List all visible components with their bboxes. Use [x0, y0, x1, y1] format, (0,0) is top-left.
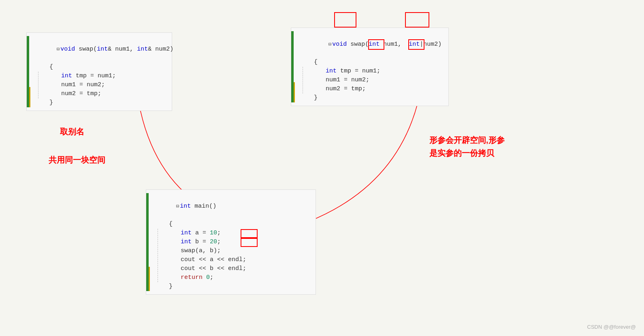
- code-ref-line4: num2 = tmp;: [43, 89, 172, 98]
- code-main-line8: }: [151, 282, 316, 291]
- annotation-copy: 形参会开辟空间,形参是实参的一份拷贝: [429, 134, 505, 159]
- code-val-header: ⊟void swap(int num1, int|num2): [296, 31, 448, 58]
- code-val-line4: num2 = tmp;: [308, 85, 448, 94]
- code-main-line2: int a = 10;: [163, 229, 316, 238]
- code-ref-line2: int tmp = num1;: [43, 72, 172, 81]
- code-ref-line3: num1 = num2;: [43, 81, 172, 89]
- code-main-line7: return 0;: [163, 273, 316, 282]
- code-ref-line5: }: [32, 98, 172, 107]
- code-val-line2: int tmp = num1;: [308, 67, 448, 76]
- code-ref-header: ⊟void swap(int& num1, int& num2): [32, 36, 172, 63]
- code-main-line5: cout << a << endl;: [163, 255, 316, 264]
- code-main-header: ⊟int main(): [151, 193, 316, 220]
- code-block-main: ⊟int main() { int a = 10; int b = 20; sw…: [146, 189, 316, 295]
- code-block-value: ⊟void swap(int num1, int|num2) { int tmp…: [291, 28, 449, 106]
- watermark: CSDN @@forever@: [587, 324, 636, 330]
- code-block-reference: ⊟void swap(int& num1, int& num2) { int t…: [26, 32, 172, 111]
- code-main-line6: cout << b << endl;: [163, 264, 316, 273]
- code-main-line4: swap(a, b);: [163, 247, 316, 255]
- highlight-box-int2: [405, 12, 429, 28]
- code-val-line3: num1 = num2;: [308, 76, 448, 85]
- code-val-line5: }: [296, 94, 448, 102]
- code-main-line1: {: [151, 220, 316, 229]
- code-main-line3: int b = 20;: [163, 238, 316, 247]
- code-val-line1: {: [296, 58, 448, 67]
- annotation-shared: 共用同一块空间: [49, 154, 105, 166]
- highlight-box-int1: [334, 12, 356, 28]
- annotation-alias: 取别名: [60, 125, 84, 138]
- code-ref-line1: {: [32, 63, 172, 72]
